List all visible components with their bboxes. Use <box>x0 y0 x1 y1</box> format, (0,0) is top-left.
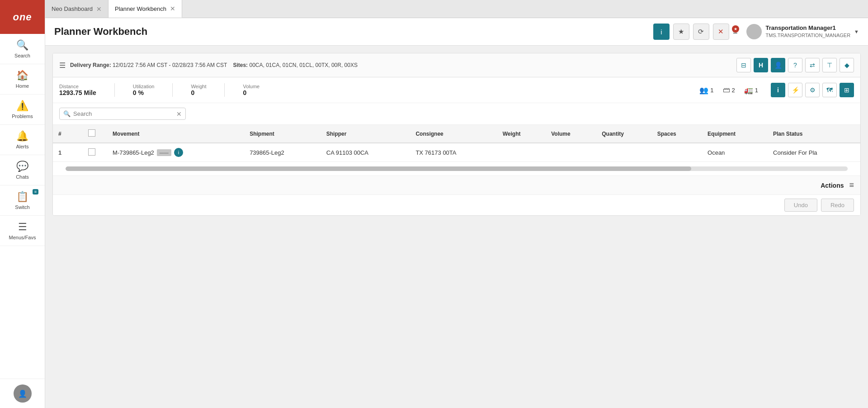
col-equipment[interactable]: Equipment <box>702 125 768 143</box>
sidebar-item-search[interactable]: 🔍 Search <box>0 34 45 64</box>
list-view-button[interactable]: ☰ <box>59 61 66 70</box>
undo-button[interactable]: Undo <box>784 199 817 212</box>
sidebar-item-home-label: Home <box>16 83 29 89</box>
question-button[interactable]: ? <box>788 58 802 72</box>
stat-weight: Weight 0 <box>191 84 206 96</box>
row-num: 1 <box>53 143 77 162</box>
switch-icon: 📋 <box>16 191 28 203</box>
utilization-label: Utilization <box>133 84 155 89</box>
row-plan-status: Consider For Pla <box>768 143 860 162</box>
search-clear-button[interactable]: ✕ <box>176 110 182 118</box>
counter-boxes: 🗃 2 <box>723 86 735 94</box>
heading-button[interactable]: H <box>754 58 768 72</box>
col-consignee[interactable]: Consignee <box>410 125 497 143</box>
lightning-button[interactable]: ⚡ <box>788 83 802 97</box>
sidebar-item-menus-label: Menus/Favs <box>9 235 36 240</box>
info-icon: i <box>660 28 662 36</box>
tab-planner-workbench-label: Planner Workbench <box>115 5 166 12</box>
page-title: Planner Workbench <box>54 26 147 38</box>
settings-button[interactable]: ⚙ <box>805 83 820 97</box>
hamburger-button[interactable]: ≡ ★ <box>733 27 738 37</box>
row-volume <box>546 143 596 162</box>
info-button[interactable]: i <box>653 24 670 40</box>
search-input-wrap: 🔍 ✕ <box>59 108 186 120</box>
col-movement[interactable]: Movement <box>107 125 244 143</box>
chat-icon: 💬 <box>16 161 28 172</box>
row-weight <box>497 143 546 162</box>
diamond-button[interactable]: ◆ <box>840 58 854 72</box>
sidebar-item-chats[interactable]: 💬 Chats <box>0 155 45 185</box>
tab-neo-dashboard-label: Neo Dashboard <box>52 5 93 12</box>
movement-cell: M-739865-Leg2 —— i <box>113 148 239 157</box>
actions-label: Actions <box>821 182 844 189</box>
movement-id: M-739865-Leg2 <box>113 149 154 156</box>
user-dropdown-button[interactable]: ▼ <box>854 29 859 34</box>
table-header-row: # Movement Shipment Shipper Consignee We… <box>53 125 860 143</box>
col-shipper[interactable]: Shipper <box>321 125 410 143</box>
redo-button[interactable]: Redo <box>821 199 854 212</box>
scroll-thumb <box>66 166 691 171</box>
info-toolbar-button[interactable]: i <box>771 83 785 97</box>
sidebar-item-switch-label: Switch <box>15 204 29 210</box>
col-shipment[interactable]: Shipment <box>244 125 321 143</box>
table-config-button[interactable]: ⊟ <box>736 58 751 72</box>
person-config-button[interactable]: 👤 <box>771 58 785 72</box>
app-logo[interactable]: one <box>0 0 45 34</box>
sidebar-item-search-label: Search <box>14 53 30 58</box>
close-button[interactable]: ✕ <box>713 24 729 40</box>
user-info: Transportation Manager1 TMS.TRANSPORTATI… <box>746 24 859 39</box>
tab-planner-workbench[interactable]: Planner Workbench ✕ <box>108 0 182 18</box>
col-spaces[interactable]: Spaces <box>652 125 702 143</box>
row-shipment: 739865-Leg2 <box>244 143 321 162</box>
sidebar-item-menus[interactable]: ☰ Menus/Favs <box>0 216 45 246</box>
distance-value: 1293.75 Mile <box>59 89 96 96</box>
movement-info-button[interactable]: i <box>174 148 183 157</box>
row-checkbox[interactable] <box>88 148 95 156</box>
grid-button[interactable]: ⊞ <box>840 83 854 97</box>
sites-label: Sites: <box>233 62 248 68</box>
content-area: ☰ Delivery Range: 12/01/22 7:56 AM CST -… <box>45 46 868 408</box>
volume-label: Volume <box>243 84 259 89</box>
search-input[interactable] <box>73 108 176 119</box>
refresh-button[interactable]: ⟳ <box>693 24 709 40</box>
map-button[interactable]: 🗺 <box>822 83 837 97</box>
tab-planner-workbench-close[interactable]: ✕ <box>170 5 175 12</box>
sidebar-item-alerts[interactable]: 🔔 Alerts <box>0 125 45 155</box>
row-movement: M-739865-Leg2 —— i <box>107 143 244 162</box>
counter-truck-value: 1 <box>755 87 758 94</box>
select-all-checkbox[interactable] <box>88 129 95 137</box>
sidebar-item-home[interactable]: 🏠 Home <box>0 64 45 95</box>
actions-menu-button[interactable]: ≡ <box>849 180 854 190</box>
stat-distance: Distance 1293.75 Mile <box>59 84 96 96</box>
tree-button[interactable]: ⊤ <box>822 58 837 72</box>
bottom-bar: Actions ≡ <box>53 176 860 195</box>
table-row[interactable]: 1 M-739865-Leg2 —— i <box>53 143 860 162</box>
sites-value: 00CA, 01CA, 01CN, 01CL, 00TX, 00R, 00XS <box>249 62 357 68</box>
grid-icon: ⊞ <box>844 86 849 94</box>
workbench-table: # Movement Shipment Shipper Consignee We… <box>53 125 860 162</box>
workbench-panel: ☰ Delivery Range: 12/01/22 7:56 AM CST -… <box>52 53 861 216</box>
heading-icon: H <box>759 62 763 69</box>
sidebar-item-problems[interactable]: ⚠️ Problems <box>0 95 45 125</box>
star-button[interactable]: ★ <box>673 24 689 40</box>
col-quantity[interactable]: Quantity <box>596 125 652 143</box>
filter-right: ⊟ H 👤 ? ⇄ ⊤ <box>736 58 854 72</box>
counter-truck: 🚛 1 <box>744 86 758 95</box>
sidebar-item-switch[interactable]: 📋 Switch ≡ <box>0 185 45 216</box>
counter-people-value: 1 <box>710 87 713 94</box>
col-plan-status[interactable]: Plan Status <box>768 125 860 143</box>
boxes-icon: 🗃 <box>723 86 730 94</box>
row-equipment: Ocean <box>702 143 768 162</box>
horizontal-scrollbar[interactable] <box>66 166 848 171</box>
share-button[interactable]: ⇄ <box>805 58 820 72</box>
tab-neo-dashboard-close[interactable]: ✕ <box>96 6 102 12</box>
user-avatar-sidebar[interactable]: 👤 <box>14 384 32 403</box>
tab-neo-dashboard[interactable]: Neo Dashboard ✕ <box>45 0 108 18</box>
col-volume[interactable]: Volume <box>546 125 596 143</box>
tree-icon: ⊤ <box>827 62 832 69</box>
movement-badge: —— <box>157 149 171 156</box>
person-config-icon: 👤 <box>774 62 782 69</box>
weight-label: Weight <box>191 84 206 89</box>
delivery-range-value: 12/01/22 7:56 AM CST - 02/28/23 7:56 AM … <box>113 62 227 68</box>
col-weight[interactable]: Weight <box>497 125 546 143</box>
